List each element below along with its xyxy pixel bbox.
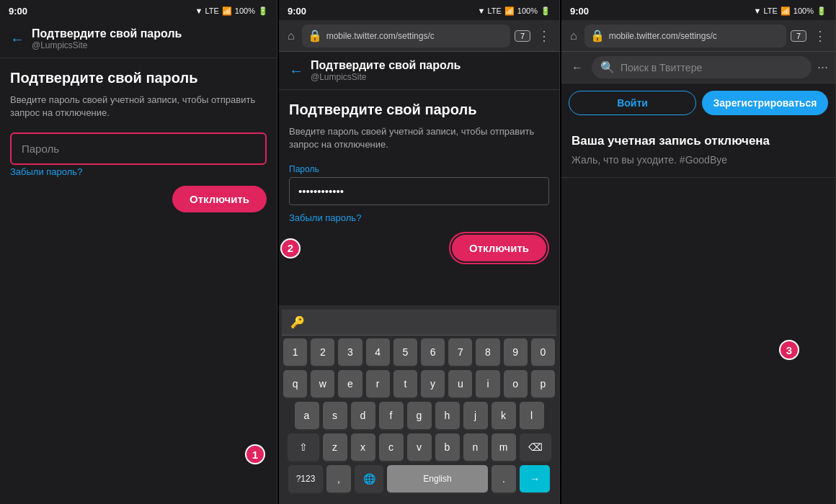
key-e[interactable]: e	[338, 370, 362, 397]
disconnect-btn-wrapper-2: Отключить	[449, 232, 549, 264]
key-enter[interactable]: →	[520, 465, 550, 492]
back-arrow-1[interactable]: ←	[10, 31, 25, 48]
forgot-password-link-1[interactable]: Забыли пароль?	[10, 166, 267, 177]
key-f[interactable]: f	[379, 402, 404, 429]
key-row-zxcv: ⇧ z x c v b n m ⌫	[283, 433, 555, 461]
key-o[interactable]: o	[504, 370, 528, 397]
back-arrow-3[interactable]: ←	[569, 58, 586, 77]
key-8[interactable]: 8	[476, 338, 499, 366]
key-0[interactable]: 0	[531, 338, 555, 366]
more-icon-3[interactable]: ⋮	[811, 25, 830, 47]
key-i[interactable]: i	[476, 370, 499, 397]
content-2: Подтвердите свой пароль Введите пароль с…	[279, 90, 559, 305]
key-d[interactable]: d	[351, 402, 375, 429]
key-p[interactable]: p	[531, 370, 555, 397]
keyboard-toolbar: 🔑	[282, 310, 556, 336]
phone-panel-1: 9:00 ▼ LTE 📶 100% 🔋 ← Подтвердите свой п…	[0, 0, 277, 504]
nav-bar-2: ⌂ 🔒 mobile.twitter.com/settings/c 7 ⋮	[279, 20, 559, 52]
key-x[interactable]: x	[351, 433, 375, 461]
app-header-1: ← Подтвердите свой пароль @LumpicsSite	[0, 20, 277, 58]
header-title-1: Подтвердите свой пароль	[32, 27, 267, 40]
key-u[interactable]: u	[448, 370, 472, 397]
key-g[interactable]: g	[407, 402, 432, 429]
status-time-2: 9:00	[288, 6, 306, 17]
search-icon-3: 🔍	[600, 60, 615, 74]
register-button[interactable]: Зарегистрироваться	[702, 91, 828, 115]
key-6[interactable]: 6	[421, 338, 445, 366]
key-s[interactable]: s	[323, 402, 347, 429]
battery-1: 100%	[235, 6, 255, 15]
key-z[interactable]: z	[323, 433, 347, 461]
back-arrow-2[interactable]: ←	[289, 63, 303, 79]
key-row-bottom: ?123 , 🌐 English . →	[283, 465, 555, 492]
page-desc-1: Введите пароль своей учетной записи, что…	[10, 94, 267, 120]
key-n[interactable]: n	[463, 433, 488, 461]
key-h[interactable]: h	[435, 402, 460, 429]
key-globe[interactable]: 🌐	[355, 465, 383, 492]
key-k[interactable]: k	[492, 402, 516, 429]
battery-icon-2: 🔋	[541, 6, 551, 16]
more-icon-2[interactable]: ⋮	[535, 25, 553, 47]
login-button[interactable]: Войти	[569, 91, 696, 115]
key-comma[interactable]: ,	[326, 465, 351, 492]
key-r[interactable]: r	[366, 370, 390, 397]
twitter-auth-row: Войти Зарегистрироваться	[561, 84, 835, 122]
key-l[interactable]: l	[520, 402, 544, 429]
address-bar-2[interactable]: 🔒 mobile.twitter.com/settings/c	[302, 24, 510, 48]
key-sym[interactable]: ?123	[288, 465, 323, 492]
home-icon-2[interactable]: ⌂	[285, 27, 298, 45]
key-b[interactable]: b	[435, 433, 460, 461]
key-3[interactable]: 3	[338, 338, 362, 366]
key-1[interactable]: 1	[283, 338, 307, 366]
key-period[interactable]: .	[492, 465, 516, 492]
twitter-search-input[interactable]: 🔍 Поиск в Твиттере	[592, 56, 811, 78]
signal-icon-1: ▼ LTE	[195, 6, 219, 15]
phone-panel-2: 9:00 ▼ LTE 📶 100% 🔋 ⌂ 🔒 mobile.twitter.c…	[279, 0, 560, 504]
disconnect-button-1[interactable]: Отключить	[172, 186, 267, 212]
disconnect-button-2[interactable]: Отключить	[452, 235, 546, 261]
home-icon-3[interactable]: ⌂	[567, 27, 580, 45]
address-bar-3[interactable]: 🔒 mobile.twitter.com/settings/c	[584, 24, 786, 48]
key-a[interactable]: a	[295, 402, 319, 429]
key-t[interactable]: t	[393, 370, 417, 397]
status-time-3: 9:00	[570, 6, 589, 17]
forgot-password-link-2[interactable]: Забыли пароль?	[289, 212, 549, 223]
key-5[interactable]: 5	[393, 338, 417, 366]
key-2[interactable]: 2	[311, 338, 334, 366]
key-m[interactable]: m	[492, 433, 516, 461]
url-text-3: mobile.twitter.com/settings/c	[609, 31, 781, 41]
status-time-1: 9:00	[9, 6, 27, 17]
key-9[interactable]: 9	[504, 338, 528, 366]
key-y[interactable]: y	[421, 370, 445, 397]
battery-icon-3: 🔋	[817, 6, 827, 16]
status-bar-1: 9:00 ▼ LTE 📶 100% 🔋	[0, 0, 277, 20]
signal-icon-3: ▼ LTE	[754, 6, 778, 15]
deactivated-title: Ваша учетная запись отключена	[572, 134, 825, 148]
key-shift[interactable]: ⇧	[288, 433, 319, 461]
key-q[interactable]: q	[283, 370, 307, 397]
twitter-more-icon[interactable]: ···	[817, 60, 828, 75]
tab-count-3[interactable]: 7	[791, 30, 806, 42]
password-input-1[interactable]	[13, 135, 264, 162]
keyboard-rows: 1 2 3 4 5 6 7 8 9 0 q w e r t y u i	[282, 336, 556, 500]
step-badge-1: 1	[245, 444, 265, 464]
key-v[interactable]: v	[407, 433, 432, 461]
tab-count-2[interactable]: 7	[515, 30, 530, 42]
key-7[interactable]: 7	[448, 338, 472, 366]
signal-bars-3: 📶	[781, 6, 791, 16]
header-subtitle-1: @LumpicsSite	[32, 40, 267, 50]
header-subtitle-2: @LumpicsSite	[311, 72, 549, 82]
battery-3: 100%	[793, 6, 814, 15]
app-header-2: ← Подтвердите свой пароль @LumpicsSite	[279, 52, 559, 90]
key-row-numbers: 1 2 3 4 5 6 7 8 9 0	[283, 338, 555, 366]
key-c[interactable]: c	[379, 433, 404, 461]
deactivated-section: Ваша учетная запись отключена Жаль, что …	[561, 122, 835, 178]
key-w[interactable]: w	[311, 370, 334, 397]
key-4[interactable]: 4	[366, 338, 390, 366]
password-input-2[interactable]	[289, 177, 549, 205]
header-title-block-2: Подтвердите свой пароль @LumpicsSite	[311, 59, 549, 82]
key-backspace[interactable]: ⌫	[520, 433, 551, 461]
key-icon: 🔑	[290, 315, 305, 329]
key-space[interactable]: English	[387, 465, 488, 492]
key-j[interactable]: j	[463, 402, 488, 429]
